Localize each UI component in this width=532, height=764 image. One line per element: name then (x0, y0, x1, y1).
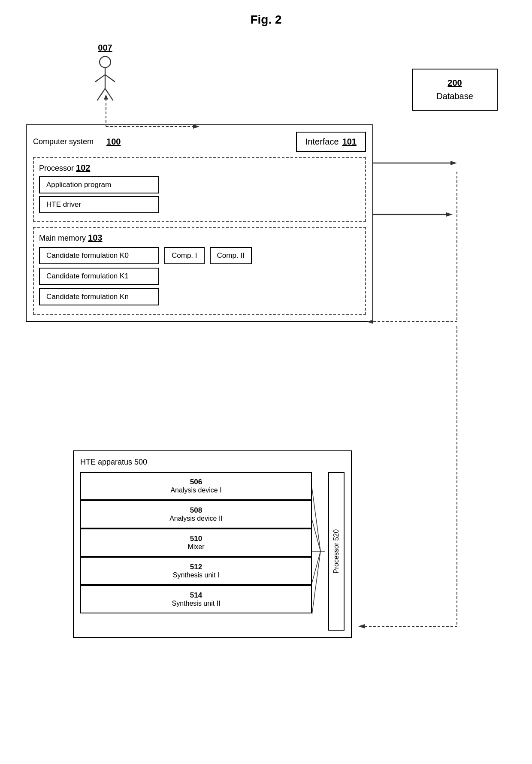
processor-box: Processor 102 Application program HTE dr… (33, 157, 366, 222)
hte-device-0: 506 Analysis device I (80, 472, 312, 500)
processor-header: Processor 102 (39, 163, 360, 173)
svg-line-3 (105, 75, 115, 82)
hte-apparatus-box: HTE apparatus 500 506 Analysis device I … (73, 450, 352, 638)
svg-marker-23 (358, 624, 365, 628)
person-label: 007 (90, 43, 120, 53)
formulation-k0-box: Candidate formulation K0 (39, 247, 159, 264)
svg-point-0 (100, 57, 111, 68)
hte-device-2: 510 Mixer (80, 528, 312, 557)
mm-row-1: Candidate formulation K1 (39, 268, 360, 285)
comp-ii-box: Comp. II (210, 247, 252, 264)
mm-row-n: Candidate formulation Kn (39, 288, 360, 305)
main-memory-box: Main memory 103 Candidate formulation K0… (33, 227, 366, 315)
cs-title-label: Computer system (33, 137, 94, 146)
svg-line-5 (105, 88, 113, 100)
svg-line-4 (97, 88, 105, 100)
processor-label: Processor (39, 164, 74, 172)
mm-header: Main memory 103 (39, 233, 360, 243)
computer-system-box: Computer system 100 Interface 101 Proces… (26, 124, 373, 322)
svg-marker-17 (450, 161, 457, 165)
hte-content: 506 Analysis device I 508 Analysis devic… (80, 472, 345, 631)
interface-number: 101 (342, 137, 357, 147)
processor-number: 102 (76, 163, 90, 172)
hte-apparatus-title: HTE apparatus 500 (80, 458, 345, 467)
hte-driver-box: HTE driver (39, 196, 159, 213)
svg-line-2 (95, 75, 105, 82)
svg-marker-25 (446, 212, 453, 217)
figure-title: Fig. 2 (0, 0, 532, 35)
person-area: 007 (90, 43, 120, 108)
formulation-kn-box: Candidate formulation Kn (39, 288, 159, 305)
database-box: 200 Database (412, 69, 498, 111)
hte-device-4: 514 Synthesis unit II (80, 585, 312, 613)
app-program-box: Application program (39, 176, 159, 193)
svg-line-9 (312, 551, 320, 583)
database-number: 200 (419, 78, 490, 88)
hte-devices-list: 506 Analysis device I 508 Analysis devic… (80, 472, 312, 631)
hte-device-1: 508 Analysis device II (80, 500, 312, 528)
interface-box: Interface 101 (296, 132, 366, 152)
hte-device-3: 512 Synthesis unit I (80, 557, 312, 585)
diagram-arrows (0, 0, 532, 764)
formulation-k1-box: Candidate formulation K1 (39, 268, 159, 285)
person-icon (90, 55, 120, 106)
database-label: Database (436, 91, 473, 101)
svg-line-10 (312, 551, 320, 615)
connector-lines-svg (312, 472, 325, 631)
processor-520-box: Processor 520 (328, 472, 345, 631)
cs-number: 100 (106, 137, 121, 147)
mm-label: Main memory (39, 234, 86, 242)
svg-line-7 (312, 519, 320, 551)
interface-label: Interface (305, 137, 339, 147)
mm-row-0: Candidate formulation K0 Comp. I Comp. I… (39, 247, 360, 264)
comp-i-box: Comp. I (164, 247, 205, 264)
mm-number: 103 (88, 233, 102, 242)
svg-line-6 (312, 488, 320, 551)
cs-header: Computer system 100 Interface 101 (33, 132, 366, 152)
